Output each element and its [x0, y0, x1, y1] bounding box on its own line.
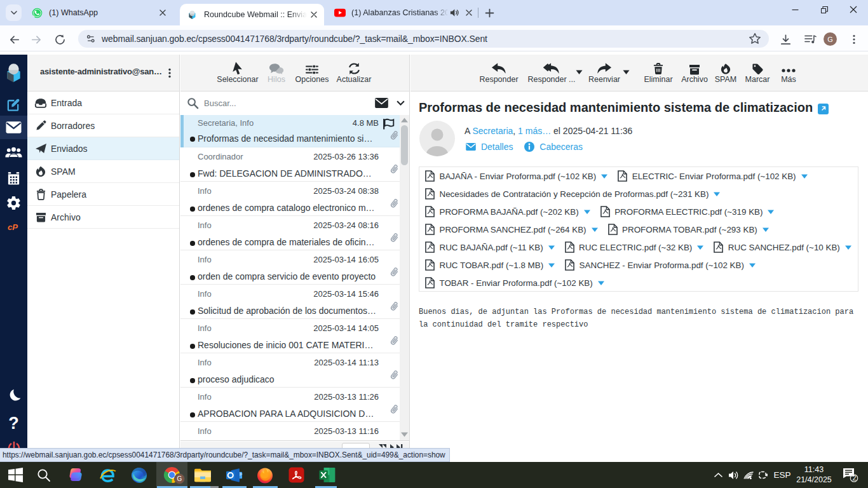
svg-text:2: 2	[852, 474, 856, 482]
svg-text:cP: cP	[8, 222, 18, 232]
